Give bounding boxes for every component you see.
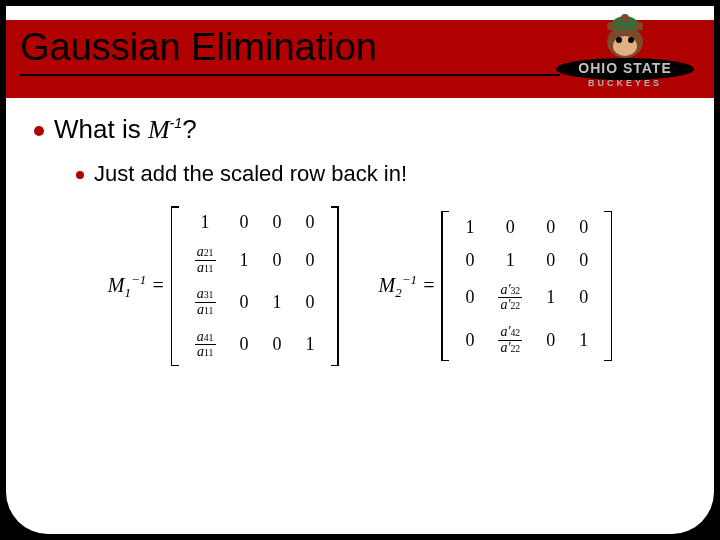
matrix-m2-block: M2−1 = 1000 0100 0 a'32a'22 10	[379, 206, 613, 366]
bullet-sub: Just add the scaled row back in!	[76, 161, 686, 187]
bullet-main: What is M-1?	[34, 114, 686, 145]
slide: Gaussian Elimination OHIO STATE BUCKEYES…	[6, 6, 714, 534]
eq-sign: =	[422, 273, 436, 295]
frac-a41-a11: a41a11	[195, 330, 216, 360]
svg-point-4	[607, 22, 615, 30]
matrices-row: M1−1 = 1000 a21a11 100 a31a11 010	[6, 206, 714, 366]
m1-base: M	[108, 273, 125, 295]
m2-sup: −1	[402, 272, 417, 287]
bullet-sup: -1	[170, 115, 183, 131]
bullet-suffix: ?	[182, 114, 196, 144]
bracket-right-icon	[331, 206, 339, 366]
bullet-var: M	[148, 115, 170, 144]
bracket-right-icon	[604, 211, 612, 362]
bullet-icon	[34, 126, 44, 136]
matrix-m1: 1000 a21a11 100 a31a11 010 a41a11 001	[171, 206, 339, 366]
slide-title: Gaussian Elimination	[20, 26, 377, 69]
svg-point-3	[628, 37, 634, 43]
bracket-left-icon	[171, 206, 179, 366]
logo-main-text: OHIO STATE	[550, 60, 700, 76]
eq-sign: =	[151, 273, 165, 295]
mascot-icon	[595, 12, 655, 62]
matrix-m1-grid: 1000 a21a11 100 a31a11 010 a41a11 001	[183, 206, 327, 366]
frac-a32-a22: a'32a'22	[498, 283, 522, 313]
bullet-icon	[76, 171, 84, 179]
svg-point-6	[621, 14, 629, 22]
bullet-sub-text: Just add the scaled row back in!	[94, 161, 407, 187]
m1-label: M1−1 =	[108, 272, 165, 301]
svg-point-2	[616, 37, 622, 43]
m2-base: M	[379, 273, 396, 295]
bracket-left-icon	[441, 211, 449, 362]
title-underline	[20, 74, 560, 76]
frac-a21-a11: a21a11	[195, 245, 216, 275]
logo-sub-text: BUCKEYES	[550, 78, 700, 88]
m2-label: M2−1 =	[379, 272, 436, 301]
bullet-main-text: What is M-1?	[54, 114, 197, 145]
svg-point-5	[635, 22, 643, 30]
logo: OHIO STATE BUCKEYES	[550, 12, 700, 98]
m1-sup: −1	[131, 272, 146, 287]
matrix-m1-block: M1−1 = 1000 a21a11 100 a31a11 010	[108, 206, 339, 366]
matrix-m2-grid: 1000 0100 0 a'32a'22 10 0 a'42a'22 01	[453, 211, 600, 362]
bullet-prefix: What is	[54, 114, 148, 144]
frac-a42-a22: a'42a'22	[498, 325, 522, 355]
frac-a31-a11: a31a11	[195, 287, 216, 317]
matrix-m2: 1000 0100 0 a'32a'22 10 0 a'42a'22 01	[441, 211, 612, 362]
content-area: What is M-1? Just add the scaled row bac…	[34, 114, 686, 187]
